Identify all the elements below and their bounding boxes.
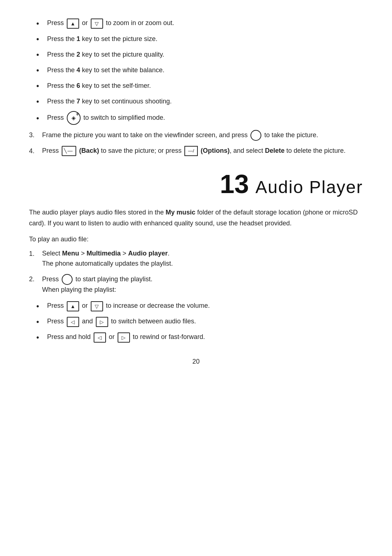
- num-label-a1: 1.: [29, 249, 42, 259]
- num-content-4: Press ╲― (Back) to save the picture; or …: [42, 146, 363, 156]
- next-track-icon: ▷: [96, 317, 108, 327]
- bullet-switch: • Press ◁ and ▷ to switch between audio …: [36, 316, 363, 328]
- options-button-icon: ―/: [184, 146, 198, 156]
- bullet-key1: • Press the 1 key to set the picture siz…: [36, 33, 363, 45]
- bullet-dot: •: [36, 300, 39, 312]
- top-numbered-list: 3. Frame the picture you want to take on…: [29, 130, 363, 156]
- audio-numbered-list: 1. Select Menu > Multimedia > Audio play…: [29, 249, 363, 295]
- bullet-key2: • Press the 2 key to set the picture qua…: [36, 49, 363, 61]
- back-button-icon: ╲―: [62, 146, 76, 156]
- bullet-dot: •: [36, 112, 39, 124]
- num-content-a2: Press to start playing the playlist. Whe…: [42, 274, 363, 295]
- page-number: 20: [29, 358, 363, 365]
- play-circle-icon: [62, 274, 73, 285]
- audio-step-2: 2. Press to start playing the playlist. …: [29, 274, 363, 295]
- bullet-key7-text: Press the 7 key to set continuous shooti…: [47, 97, 172, 107]
- my-music-label: My music: [166, 209, 195, 216]
- bullet-key4-text: Press the 4 key to set the white balance…: [47, 65, 164, 75]
- bullet-dot: •: [36, 17, 39, 29]
- num-content-3: Frame the picture you want to take on th…: [42, 130, 363, 141]
- bullet-key1-text: Press the 1 key to set the picture size.: [47, 34, 158, 44]
- bullet-dot: •: [36, 49, 39, 61]
- bullet-volume-text: Press ▲ or ▽ to increase or decrease the…: [47, 301, 210, 311]
- num-label-3: 3.: [29, 130, 42, 140]
- shutter-circle-icon: [250, 130, 261, 141]
- bullet-key2-text: Press the 2 key to set the picture quali…: [47, 50, 164, 60]
- bullet-key4: • Press the 4 key to set the white balan…: [36, 64, 363, 76]
- down-arrow-icon: ▽: [91, 19, 103, 29]
- audio-step-1: 1. Select Menu > Multimedia > Audio play…: [29, 249, 363, 269]
- bullet-dot: •: [36, 64, 39, 76]
- bullet-simplified-text: Press # ◈ to switch to simplified mode.: [47, 111, 165, 125]
- bullet-dot: •: [36, 316, 39, 328]
- back-label: Back: [81, 147, 97, 154]
- num-label-a2: 2.: [29, 274, 42, 285]
- up-arrow-icon: ▲: [67, 19, 79, 29]
- fast-forward-icon: ▷: [118, 332, 130, 343]
- bottom-bullet-list: • Press ▲ or ▽ to increase or decrease t…: [36, 300, 363, 343]
- bullet-volume: • Press ▲ or ▽ to increase or decrease t…: [36, 300, 363, 312]
- delete-label: Delete: [265, 147, 285, 154]
- chapter-number: 13: [220, 171, 249, 197]
- top-bullet-list: • Press ▲ or ▽ to zoom in or zoom out. •…: [36, 17, 363, 125]
- bullet-key6-text: Press the 6 key to set the self-timer.: [47, 81, 151, 91]
- bullet-dot: •: [36, 80, 39, 92]
- auto-update-text: The phone automatically updates the play…: [42, 260, 173, 267]
- when-playing-text: When playing the playlist:: [42, 286, 116, 293]
- options-label: Options: [203, 147, 228, 154]
- num-content-a1: Select Menu > Multimedia > Audio player.…: [42, 249, 363, 269]
- bullet-simplified: • Press # ◈ to switch to simplified mode…: [36, 111, 363, 125]
- bullet-dot: •: [36, 95, 39, 107]
- num-label-4: 4.: [29, 146, 42, 156]
- bullet-dot: •: [36, 331, 39, 343]
- chapter-title: Audio Player: [256, 177, 363, 197]
- bullet-dot: •: [36, 33, 39, 45]
- hash-camera-icon: # ◈: [67, 111, 81, 125]
- bullet-zoom-text: Press ▲ or ▽ to zoom in or zoom out.: [47, 18, 174, 28]
- numbered-item-3: 3. Frame the picture you want to take on…: [29, 130, 363, 141]
- rewind-icon: ◁: [94, 332, 106, 343]
- numbered-item-4: 4. Press ╲― (Back) to save the picture; …: [29, 146, 363, 156]
- chapter-heading: 13 Audio Player: [29, 171, 363, 197]
- bullet-rewind-text: Press and hold ◁ or ▷ to rewind or fast-…: [47, 332, 205, 342]
- bullet-key6: • Press the 6 key to set the self-timer.: [36, 80, 363, 92]
- prev-track-icon: ◁: [67, 317, 79, 327]
- vol-down-icon: ▽: [91, 301, 103, 311]
- description-paragraph: The audio player plays audio files store…: [29, 207, 363, 229]
- bullet-rewind: • Press and hold ◁ or ▷ to rewind or fas…: [36, 331, 363, 343]
- to-play-label: To play an audio file:: [29, 234, 363, 244]
- bullet-key7: • Press the 7 key to set continuous shoo…: [36, 95, 363, 107]
- bullet-switch-text: Press ◁ and ▷ to switch between audio fi…: [47, 316, 196, 327]
- bullet-zoom: • Press ▲ or ▽ to zoom in or zoom out.: [36, 17, 363, 29]
- vol-up-icon: ▲: [67, 301, 79, 311]
